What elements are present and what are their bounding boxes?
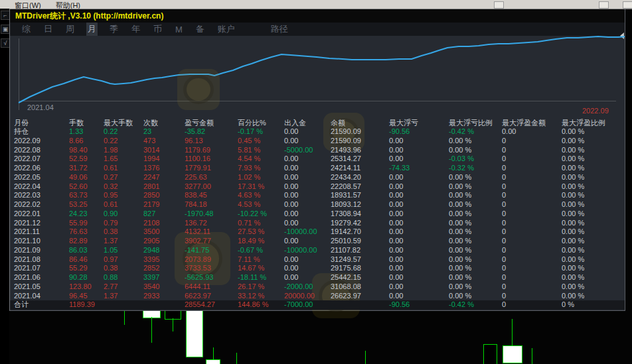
candlestick xyxy=(206,359,220,364)
table-cell: 0 xyxy=(502,227,506,237)
table-cell: 3395 xyxy=(143,255,159,265)
table-cell: 24214.11 xyxy=(331,164,360,173)
window-icon[interactable]: ⌐ xyxy=(1,11,10,20)
candlestick-wick xyxy=(124,309,125,325)
tab-zong[interactable]: 综 xyxy=(21,23,32,36)
table-row[interactable]: 2022.0253.250.612179784.184.53 %0.001809… xyxy=(10,200,625,210)
table-cell: 0.00 xyxy=(389,173,403,182)
table-row[interactable]: 2021.05123.802.7735406444.1126.17 %-2000… xyxy=(10,282,625,292)
table-cell: 2022.04 xyxy=(14,182,40,192)
table-cell: 0.00 % xyxy=(449,173,471,182)
table-cell: 0.00 % xyxy=(562,264,584,273)
table-cell: 0 xyxy=(502,146,506,155)
table-cell: 3397 xyxy=(143,273,159,282)
table-cell: 26.17 % xyxy=(238,282,264,292)
table-cell: 1376 xyxy=(143,164,159,173)
tab-bi[interactable]: 币 xyxy=(152,23,163,36)
table-cell: 6444.11 xyxy=(185,282,210,292)
menu-item-help[interactable]: 帮助(H) xyxy=(56,2,80,9)
table-cell: -5625.93 xyxy=(185,273,213,282)
table-cell: 24.23 xyxy=(69,210,88,219)
table-row[interactable]: 2021.1176.630.3835004132.1127.53 %-10000… xyxy=(10,227,625,237)
table-cell: 0.00 xyxy=(284,137,298,146)
table-cell: 0.00 % xyxy=(562,210,584,219)
table-cell: 0.00 % xyxy=(562,282,584,292)
table-cell: 21590.09 xyxy=(331,137,361,146)
table-row[interactable]: 2022.098.660.2247396.130.45 %0.0021590.0… xyxy=(10,137,625,146)
table-row[interactable]: 2021.0496.451.3729336623.9733.12 %20000.… xyxy=(10,292,625,301)
table-row[interactable]: 2022.0124.230.90827-1970.48-10.22 %0.001… xyxy=(10,210,625,219)
tab-ji[interactable]: 季 xyxy=(108,23,119,36)
panel-title[interactable]: MTDriver统计 ,V3.10 (http://mtdriver.cn) xyxy=(10,9,625,23)
table-cell: 2021.12 xyxy=(14,219,40,228)
column-header: 次数 xyxy=(143,118,158,127)
table-cell: -0.67 % xyxy=(238,246,263,255)
table-cell: 52.60 xyxy=(69,182,88,192)
table-cell: 0 xyxy=(502,246,506,255)
toolbar-button[interactable] xyxy=(494,1,504,9)
table-cell: 0.00 xyxy=(389,219,403,228)
tab-yue[interactable]: 月 xyxy=(86,23,98,36)
column-header: 百分比% xyxy=(238,118,266,127)
column-header: 最大浮盈比例 xyxy=(562,118,605,127)
table-cell: 31068.08 xyxy=(331,282,361,292)
tab-nian[interactable]: 年 xyxy=(130,23,141,36)
scroll-arrow-icon[interactable] xyxy=(620,32,624,39)
table-cell: -10.22 % xyxy=(238,210,267,219)
table-row[interactable]: 2021.0755.290.3828523733.5314.67 %0.0029… xyxy=(10,264,625,273)
tab-bei[interactable]: 备 xyxy=(195,23,206,36)
table-row[interactable]: 2022.0752.591.6519941100.164.54 %0.00253… xyxy=(10,154,625,164)
table-row[interactable]: 2021.1255.990.792108136.720.71 %0.001927… xyxy=(10,219,625,228)
table-cell: 0.00 xyxy=(389,292,403,301)
image-icon[interactable]: ▣ xyxy=(1,25,10,34)
table-cell: -0.42 % xyxy=(449,300,474,310)
table-cell: 18931.57 xyxy=(331,191,361,200)
table-cell: 3540 xyxy=(143,282,159,292)
table-row[interactable]: 持仓1.330.2223-35.82-0.17 %0.0021590.09-90… xyxy=(10,127,625,137)
table-row[interactable]: 2022.0631.720.6113761779.917.93 %0.00242… xyxy=(10,164,625,173)
table-cell: 7.11 % xyxy=(238,255,260,265)
table-cell: 0.00 xyxy=(389,200,403,210)
tab-lujing[interactable]: 路径 xyxy=(270,23,289,36)
table-row[interactable]: 2022.0452.600.3228013277.0017.31 %0.0022… xyxy=(10,182,625,192)
table-cell: 0.00 xyxy=(284,127,298,137)
table-cell: 2179 xyxy=(143,200,159,210)
statistics-panel: MTDriver统计 ,V3.10 (http://mtdriver.cn) 综… xyxy=(9,9,625,311)
table-cell: -18.11 % xyxy=(238,273,266,282)
table-row[interactable]: 2021.0690.280.883397-5625.93-18.11 %0.00… xyxy=(10,273,625,282)
table-cell: 7.93 % xyxy=(238,164,260,173)
candlestick-wick xyxy=(365,351,366,364)
table-cell: 76.63 xyxy=(69,227,88,237)
table-cell: 2948 xyxy=(143,246,159,255)
table-cell: 2021.07 xyxy=(14,264,40,273)
table-cell: 0.00 xyxy=(389,273,403,282)
table-row-total[interactable]: 合计1189.3928554.27144.86 %-7000.00-90.56-… xyxy=(10,300,625,310)
table-cell: -0.32 % xyxy=(449,164,474,173)
table-row[interactable]: 2021.1082.891.3729053902.7718.49 %0.0025… xyxy=(10,237,625,246)
tab-m[interactable]: M xyxy=(174,24,184,35)
table-row[interactable]: 2021.0886.460.9733952073.897.11 %0.00312… xyxy=(10,255,625,265)
column-header: 最大浮亏比例 xyxy=(449,118,493,127)
check-icon[interactable]: √ xyxy=(1,38,10,48)
table-row[interactable]: 2021.0986.031.052948-141.75-0.67 %-10000… xyxy=(10,246,625,255)
table-cell: 0.00 xyxy=(284,164,298,173)
table-row[interactable]: 2022.0363.730.952850838.454.63 %0.001893… xyxy=(10,191,625,200)
toolbar-button[interactable] xyxy=(599,1,609,9)
table-cell: 55.99 xyxy=(69,219,88,228)
table-cell: 0.00 % xyxy=(562,292,584,301)
table-cell: 0.00 % xyxy=(449,246,471,255)
tab-zhanghu[interactable]: 账户 xyxy=(216,23,236,36)
toolbar-button[interactable] xyxy=(623,1,632,9)
table-cell: 19279.42 xyxy=(331,219,361,228)
table-row[interactable]: 2022.0898.401.9830141179.695.81 %-5000.0… xyxy=(10,146,625,155)
table-row[interactable]: 2022.0549.060.272247225.631.02 %0.002243… xyxy=(10,173,625,182)
table-cell: 4.63 % xyxy=(238,191,260,200)
table-cell: 86.03 xyxy=(69,246,88,255)
table-cell: 1.02 % xyxy=(238,173,260,182)
tab-ri[interactable]: 日 xyxy=(42,23,54,36)
menu-item-window[interactable]: 窗口(W) xyxy=(15,2,41,9)
tab-zhou[interactable]: 周 xyxy=(64,23,76,36)
table-cell: -74.33 xyxy=(389,164,410,173)
table-cell: 6623.97 xyxy=(185,292,211,301)
table-cell: 4.54 % xyxy=(238,154,260,164)
